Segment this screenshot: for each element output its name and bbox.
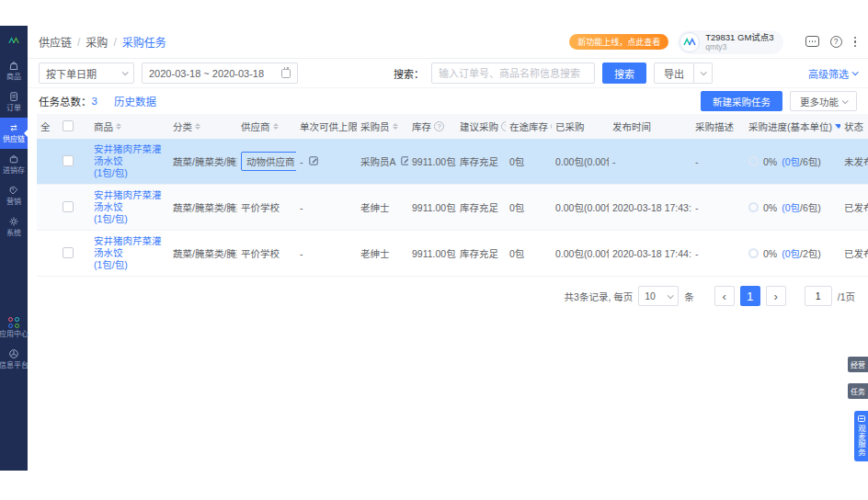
col-supplier[interactable]: 供应商 [237,114,296,139]
info-icon[interactable]: ? [501,121,506,131]
date-range-value: 2020-03-18 ~ 2020-03-18 [149,68,264,79]
sidebar-item-marketing[interactable]: 营销 [0,180,28,211]
col-buyer[interactable]: 采购员 [357,114,408,139]
cube-icon [8,348,19,359]
message-icon[interactable] [805,36,819,47]
help-icon[interactable]: ? [830,36,842,48]
pagination-total: 共3条记录, 每页 [565,290,634,303]
sidebar-item-system[interactable]: 系统 [0,211,28,243]
prev-page-button[interactable]: ‹ [714,286,735,306]
edit-icon[interactable] [309,155,319,165]
more-menu-icon[interactable] [853,36,857,48]
col-all: 全 [37,114,59,139]
page-jump-input[interactable] [805,286,832,306]
breadcrumb-separator: / [113,36,116,49]
sidebar-item-info-platform[interactable]: 信息平台 [0,344,28,375]
cell-category: 蔬菜/腌菜类/腌菜类 [169,231,237,277]
page-size-select[interactable]: 10 [638,286,679,306]
sidebar-item-app-center[interactable]: 应用中心 [0,312,28,344]
tag-icon [8,185,19,196]
history-data-link[interactable]: 历史数据 [114,94,156,108]
table-row[interactable]: 安井猪肉芹菜灌汤水饺 (1包/包) 蔬菜/腌菜类/腌菜类 动物供应商 [37,139,868,185]
col-suggest: 建议采购? [456,114,506,139]
export-caret-button[interactable] [694,62,713,84]
page-button-1[interactable]: 1 [740,286,760,306]
date-range-input[interactable]: 2020-03-18 ~ 2020-03-18 [142,62,298,84]
sidebar-item-orders[interactable]: 订单 [0,86,28,118]
supplier-edit-box[interactable]: 动物供应商 [241,152,296,171]
new-feature-badge[interactable]: 新功能上线，点此查看 [569,34,668,50]
avatar [680,32,700,52]
breadcrumb-purchase[interactable]: 采购 [86,34,108,50]
cell-buyer: 采购员A [357,139,408,185]
product-link[interactable]: 安井猪肉芹菜灌汤水饺 (1包/包) [94,189,166,225]
filter-funnel-icon[interactable] [835,124,840,129]
sidebar-item-label: 营销 [6,198,21,206]
cell-checkbox [59,231,90,277]
app-logo[interactable] [0,26,28,55]
date-type-select[interactable]: 按下单日期 [39,62,134,84]
user-name: T29831 GM试点3 [705,32,773,42]
sidebar-item-label: 供应链 [3,135,25,143]
float-tab-operations[interactable]: 经营 [848,357,868,372]
cell-supplier: 平价学校 [237,231,296,277]
export-button[interactable]: 导出 [654,62,694,84]
table-row[interactable]: 安井猪肉芹菜灌汤水饺 (1包/包) 蔬菜/腌菜类/腌菜类 平价学校 - 老绅士 … [37,231,868,277]
col-product[interactable]: 商品 [90,114,169,139]
select-all-checkbox[interactable] [63,120,74,131]
exchange-arrows-icon [8,122,19,133]
breadcrumb-supply-chain[interactable]: 供应链 [39,34,72,50]
product-link[interactable]: 安井猪肉芹菜灌汤水饺 (1包/包) [94,235,166,271]
chevron-down-icon [122,69,129,75]
more-functions-button[interactable]: 更多功能 [790,91,857,111]
cell-purchased: 0.00包(0.00包) [552,139,609,185]
sidebar-item-supply-chain[interactable]: 供应链 [0,118,28,149]
chevron-down-icon [852,69,859,75]
chevron-down-icon [842,97,849,104]
cell-category: 蔬菜/腌菜类/腌菜类 [169,139,237,185]
cell-product: 安井猪肉芹菜灌汤水饺 (1包/包) [90,185,169,231]
page: 商品 订单 供应链 [0,0,868,500]
supplier-name: 动物供应商 [246,154,295,168]
cell-stock: 9911.00包 [408,185,456,231]
top-bar: 供应链 / 采购 / 采购任务 新功能上线，点此查看 [28,26,868,59]
document-icon [8,91,19,102]
cell-supplier: 平价学校 [237,185,296,231]
cell-transit: 0包 [506,231,552,277]
cell-buyer: 老绅士 [357,185,408,231]
breadcrumb-separator: / [77,36,80,49]
edit-icon[interactable] [401,155,408,165]
cell-publish-time: 2020-03-18 17:44:51 [609,231,691,277]
chevron-down-icon [701,69,707,75]
sort-icon [116,123,121,130]
search-label: 搜索： [394,66,424,81]
next-page-button[interactable]: › [766,286,786,306]
topbar-icons: ? [805,36,857,48]
col-supply-limit: 单次可供上限? [296,114,357,139]
progress-ring [748,248,759,258]
col-category[interactable]: 分类 [169,114,237,139]
sidebar-item-goods[interactable]: 商品 [0,55,28,86]
cell-product: 安井猪肉芹菜灌汤水饺 (1包/包) [90,231,169,277]
row-checkbox[interactable] [63,155,74,166]
user-chip[interactable]: T29831 GM试点3 qmty3 [678,30,782,54]
breadcrumb-current[interactable]: 采购任务 [122,34,166,50]
table-row[interactable]: 安井猪肉芹菜灌汤水饺 (1包/包) 蔬菜/腌菜类/腌菜类 平价学校 - 老绅士 … [37,185,868,231]
progress-ring [748,202,759,212]
sidebar-item-inventory[interactable]: 进销存 [0,149,28,180]
task-total-label: 任务总数： [39,94,92,108]
product-link[interactable]: 安井猪肉芹菜灌汤水饺 (1包/包) [94,143,166,179]
row-checkbox[interactable] [63,247,74,258]
float-tab-guanmai-service[interactable]: 观麦服务 [854,411,868,461]
more-functions-label: 更多功能 [800,95,839,108]
sidebar-item-label: 订单 [6,104,21,112]
bag-icon [8,60,19,71]
info-icon[interactable]: ? [434,121,444,131]
float-tab-tasks[interactable]: 任务 [848,383,868,399]
cell-supply-limit: - [296,231,357,277]
advanced-filter-link[interactable]: 高级筛选 [808,66,857,81]
search-button[interactable]: 搜索 [602,62,646,84]
row-checkbox[interactable] [63,201,74,212]
new-purchase-task-button[interactable]: 新建采购任务 [701,91,782,111]
search-input[interactable] [431,62,595,84]
